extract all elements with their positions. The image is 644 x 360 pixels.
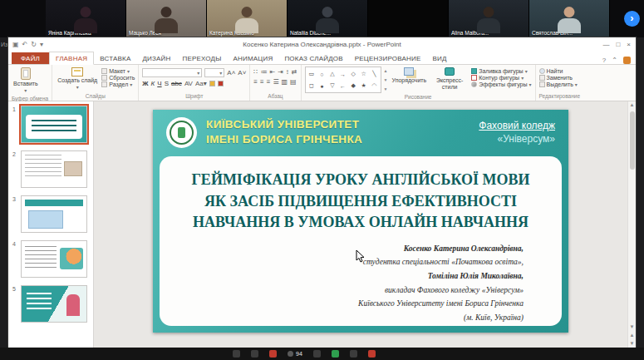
participant-tile[interactable]: Alina Maibora...	[449, 0, 529, 37]
shape-rectangle-icon[interactable]: ▭	[309, 71, 315, 77]
shape-ellipse-icon[interactable]: ○	[320, 72, 323, 77]
previous-slide-icon[interactable]: ▲	[628, 333, 636, 338]
select-button[interactable]: Выделить	[539, 81, 578, 87]
font-name-combo[interactable]: ▾	[142, 68, 202, 77]
close-icon[interactable]: ×	[627, 41, 631, 48]
tab-file[interactable]: ФАЙЛ	[12, 52, 49, 64]
qat-customize-icon[interactable]: ▾	[40, 41, 43, 48]
bullets-icon[interactable]: ∷	[253, 68, 258, 76]
video-icon[interactable]	[251, 350, 258, 358]
tab-insert[interactable]: ВСТАВКА	[94, 52, 136, 64]
shape-fill-button[interactable]: Заливка фигуры	[471, 68, 531, 74]
shape-diamond-filled-icon[interactable]: ◆	[351, 82, 355, 89]
replace-button[interactable]: Заменить	[539, 75, 578, 81]
slide-thumbnail-image[interactable]	[21, 150, 87, 188]
share-screen-icon[interactable]	[332, 350, 339, 358]
minimize-icon[interactable]: —	[602, 41, 609, 48]
underline-button[interactable]: Ч	[157, 79, 161, 88]
security-icon[interactable]	[269, 350, 277, 358]
shape-curve-icon[interactable]: ◠	[371, 82, 376, 89]
chat-icon[interactable]	[313, 350, 321, 358]
bold-button[interactable]: Ж	[142, 79, 148, 88]
change-case-icon[interactable]: Aa▾	[195, 80, 207, 88]
redo-icon[interactable]: ↻	[31, 41, 37, 48]
shape-outline-button[interactable]: Контур фигуры	[471, 75, 531, 81]
reactions-icon[interactable]	[368, 350, 376, 358]
shape-triangle-down-icon[interactable]: ▽	[330, 82, 334, 89]
strikethrough-button[interactable]: abc	[171, 79, 182, 88]
columns-icon[interactable]: ▥	[282, 78, 288, 86]
font-size-combo[interactable]: ▾	[204, 68, 224, 77]
next-slide-icon[interactable]: ▼	[628, 341, 636, 346]
tab-transitions[interactable]: ПЕРЕХОДЫ	[177, 52, 228, 64]
layout-button[interactable]: Макет	[101, 68, 135, 74]
decrease-indent-icon[interactable]: ⇤	[269, 68, 275, 76]
help-icon[interactable]: ?	[602, 57, 606, 64]
shrink-font-icon[interactable]: A˅	[238, 69, 246, 77]
participant-tile[interactable]: Катерина Касаміо	[207, 0, 288, 37]
slide-thumbnail-2[interactable]: 2	[12, 150, 91, 188]
shape-circle-filled-icon[interactable]: ●	[320, 83, 323, 89]
shape-arrow-left-icon[interactable]: ←	[340, 83, 346, 89]
new-slide-button[interactable]: Создать слайд	[56, 67, 99, 91]
align-right-icon[interactable]: ≡	[267, 78, 271, 86]
justify-icon[interactable]: ☰	[273, 78, 278, 86]
shape-square-icon[interactable]: ◻	[309, 82, 314, 89]
slide-thumbnail-4[interactable]: 4	[12, 240, 91, 278]
text-shadow-button[interactable]: S	[165, 79, 169, 88]
character-spacing-icon[interactable]: AV	[184, 80, 193, 88]
participant-tile[interactable]: Святослав Віл...	[529, 0, 610, 37]
undo-icon[interactable]: ↶	[22, 41, 28, 48]
slide-thumbnail-image[interactable]	[21, 240, 87, 278]
slide-thumbnail-1[interactable]: 1	[12, 106, 91, 143]
slide-thumbnail-image[interactable]	[21, 285, 87, 323]
slide-canvas[interactable]: КИЇВСЬКИЙ УНІВЕРСИТЕТ ІМЕНІ БОРИСА ГРІНЧ…	[94, 101, 627, 348]
align-center-icon[interactable]: ≡	[260, 78, 264, 86]
increase-indent-icon[interactable]: ⇥	[278, 68, 283, 76]
restore-icon[interactable]: □	[616, 41, 620, 48]
reset-button[interactable]: Сбросить	[101, 75, 135, 81]
participant-tile[interactable]: Яніна Карлінська	[46, 0, 126, 37]
vertical-scrollbar[interactable]: ▲ ▼ ▲ ▼	[627, 101, 636, 348]
italic-button[interactable]: К	[151, 79, 155, 88]
tab-review[interactable]: РЕЦЕНЗИРОВАНИЕ	[349, 52, 427, 64]
shape-arrow-right-icon[interactable]: →	[340, 72, 346, 77]
grow-font-icon[interactable]: A˄	[227, 69, 235, 77]
mute-icon[interactable]	[233, 350, 240, 358]
tab-slideshow[interactable]: ПОКАЗ СЛАЙДОВ	[278, 52, 348, 64]
line-spacing-icon[interactable]: ↕	[286, 68, 289, 76]
save-icon[interactable]: ▣	[12, 41, 19, 48]
participant-tile[interactable]	[368, 0, 449, 37]
shapes-gallery[interactable]: ▭ ○ △ → ◇ ☆ ╲ ◻ ● ▽ ← ◆ ★ ◠	[305, 67, 381, 93]
align-left-icon[interactable]: ≡	[253, 78, 258, 86]
scrollbar-thumb[interactable]	[630, 111, 635, 170]
highlight-color-icon[interactable]	[209, 81, 215, 86]
participant-tile[interactable]: Nataliia Diache...	[288, 0, 368, 37]
shape-diamond-icon[interactable]: ◇	[351, 71, 355, 77]
smartart-icon[interactable]: ▤	[290, 78, 297, 86]
slide-thumbnail-3[interactable]: 3	[12, 195, 91, 233]
shape-star-filled-icon[interactable]: ★	[361, 82, 366, 89]
text-direction-icon[interactable]: ⇄	[292, 68, 297, 76]
account-icon[interactable]	[623, 57, 631, 64]
paste-dropdown-icon[interactable]	[24, 87, 27, 94]
tab-home[interactable]: ГЛАВНАЯ	[49, 52, 94, 65]
scroll-down-icon[interactable]: ▼	[628, 324, 636, 329]
ribbon-display-options-icon[interactable]: ⌃	[612, 57, 617, 64]
find-button[interactable]: Найти	[539, 68, 578, 74]
shape-effects-button[interactable]: Эффекты фигуры	[471, 81, 531, 87]
current-slide[interactable]: КИЇВСЬКИЙ УНІВЕРСИТЕТ ІМЕНІ БОРИСА ГРІНЧ…	[153, 110, 568, 333]
section-button[interactable]: Раздел	[101, 81, 135, 87]
font-color-icon[interactable]	[218, 81, 224, 86]
shape-triangle-icon[interactable]: △	[330, 71, 334, 77]
new-slide-dropdown-icon[interactable]	[76, 84, 79, 91]
participants-count[interactable]: 94	[288, 351, 302, 357]
quick-styles-button[interactable]: Экспресс-стили	[430, 67, 469, 91]
shape-star-icon[interactable]: ☆	[361, 71, 366, 77]
next-participants-button[interactable]: ›	[624, 11, 640, 27]
tab-view[interactable]: ВИД	[427, 52, 453, 64]
slide-thumbnail-5[interactable]: 5	[12, 285, 91, 323]
arrange-button[interactable]: Упорядочить	[391, 67, 429, 85]
slide-thumbnail-image[interactable]	[21, 106, 87, 143]
tab-design[interactable]: ДИЗАЙН	[136, 52, 176, 64]
